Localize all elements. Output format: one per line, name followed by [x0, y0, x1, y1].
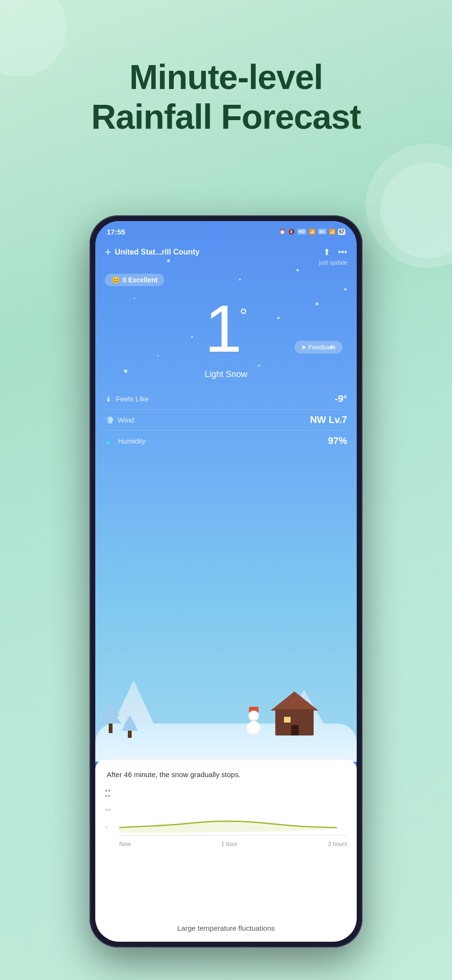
- mute-icon: 🔇: [288, 229, 295, 235]
- feedback-arrow-icon: ➤: [301, 344, 306, 351]
- rain-icons: ●●●● ●● ●: [105, 788, 111, 830]
- header-left: + United Stat...rill County: [105, 246, 200, 258]
- time-1hour: 1 hour: [221, 841, 237, 847]
- forecast-message: After 46 minute, the snow gradually stop…: [95, 760, 357, 785]
- bottom-notice: Large temperature fluctuations: [95, 924, 357, 932]
- aqi-label: 0 Excellent: [123, 276, 158, 284]
- battery-icon: 57: [338, 229, 345, 235]
- status-bar: 17:55 ⏰ 🔇 HD 📶 5G 📶 57: [95, 221, 357, 242]
- rain-level-mid: ●●: [105, 807, 111, 812]
- hero-title: Minute-level Rainfall Forecast: [0, 57, 452, 137]
- status-icons: ⏰ 🔇 HD 📶 5G 📶 57: [279, 229, 345, 235]
- feels-like-value: -9°: [335, 393, 347, 404]
- snow-particle: [344, 288, 347, 290]
- rainfall-svg: [119, 785, 347, 835]
- time-2hours: 2 hours: [328, 841, 347, 847]
- time-labels: Now 1 hour 2 hours: [119, 839, 347, 847]
- feels-like-row: 🌡 Feels Like -9°: [105, 389, 347, 410]
- snow-particle: [239, 278, 241, 280]
- phone-frame: 17:55 ⏰ 🔇 HD 📶 5G 📶 57 + United Stat...r…: [90, 215, 362, 947]
- aqi-emoji: 😊: [112, 276, 120, 284]
- chart-area: [119, 785, 347, 835]
- feedback-label: Feedback: [308, 344, 336, 351]
- temperature-value: 1: [205, 295, 240, 362]
- location-name: United Stat...rill County: [115, 248, 200, 256]
- forecast-card: After 46 minute, the snow gradually stop…: [95, 760, 357, 942]
- wind-label: 💨 Wind: [105, 416, 134, 424]
- app-header: + United Stat...rill County ⬆ •••: [95, 242, 357, 262]
- signal-bars-icon: 📶: [329, 229, 336, 235]
- phone-mockup: 17:55 ⏰ 🔇 HD 📶 5G 📶 57 + United Stat...r…: [90, 215, 362, 947]
- more-options-icon[interactable]: •••: [338, 247, 347, 257]
- humidity-label: 💧 Humidity: [105, 437, 146, 445]
- humidity-value: 97%: [328, 435, 347, 446]
- temperature-degree: °: [239, 305, 247, 326]
- wind-row: 💨 Wind NW Lv.7: [105, 410, 347, 431]
- alarm-icon: ⏰: [279, 229, 286, 235]
- weather-condition: Light Snow: [95, 369, 357, 379]
- weather-stats: 🌡 Feels Like -9° 💨 Wind NW Lv.7 💧 Hum: [95, 389, 357, 451]
- rainfall-chart: ●●●● ●● ●: [95, 785, 357, 847]
- signal-5g-icon: 5G: [318, 229, 327, 234]
- humidity-icon: 💧: [105, 437, 114, 445]
- aqi-badge: 😊 0 Excellent: [105, 274, 164, 286]
- hd-badge: HD: [297, 229, 306, 234]
- rain-level-low: ●: [105, 824, 111, 830]
- snow-particle: [296, 269, 299, 271]
- hero-title-line1: Minute-level: [29, 57, 423, 97]
- wind-value: NW Lv.7: [310, 414, 347, 425]
- feels-like-label: 🌡 Feels Like: [105, 395, 148, 403]
- snowman: [244, 710, 263, 735]
- cabin: [271, 692, 318, 735]
- wifi-icon: 📶: [309, 229, 316, 235]
- share-icon[interactable]: ⬆: [323, 247, 330, 257]
- wind-icon: 💨: [105, 416, 114, 424]
- time-now: Now: [119, 841, 131, 847]
- snow-particle: [258, 365, 260, 367]
- feedback-button[interactable]: ➤ Feedback: [294, 341, 342, 354]
- tree-left: [100, 702, 121, 733]
- thermometer-icon: 🌡: [105, 395, 112, 403]
- add-location-button[interactable]: +: [105, 246, 111, 258]
- snow-scene: [95, 666, 357, 762]
- rain-level-high: ●●●●: [105, 788, 111, 798]
- header-right: ⬆ •••: [323, 247, 347, 257]
- phone-screen: 17:55 ⏰ 🔇 HD 📶 5G 📶 57 + United Stat...r…: [95, 221, 357, 942]
- tree-right: [122, 715, 138, 738]
- hero-title-line2: Rainfall Forecast: [29, 97, 423, 137]
- status-time: 17:55: [107, 228, 125, 236]
- humidity-row: 💧 Humidity 97%: [105, 431, 347, 451]
